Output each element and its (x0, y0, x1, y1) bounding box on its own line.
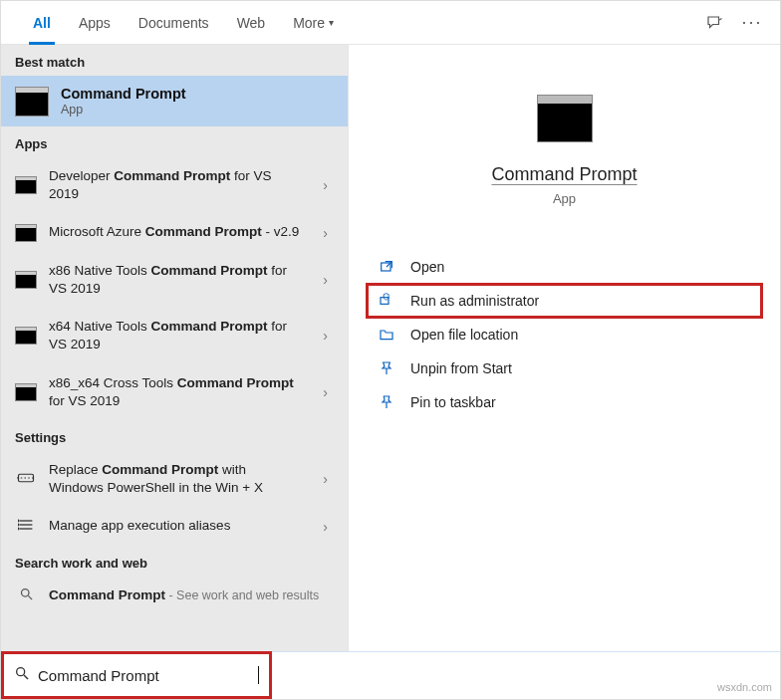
search-filter-tabs: All Apps Documents Web More▾ ··· (1, 1, 780, 45)
section-best-match: Best match (1, 45, 348, 76)
best-match-item[interactable]: Command Prompt App (1, 76, 348, 126)
tab-all[interactable]: All (19, 1, 65, 45)
action-unpin-from-start[interactable]: Unpin from Start (367, 351, 762, 385)
command-prompt-icon (15, 327, 37, 345)
svg-point-5 (18, 520, 19, 522)
app-result-item[interactable]: x86_x64 Cross Tools Command Prompt for V… (1, 364, 348, 420)
best-match-title: Command Prompt (61, 86, 186, 102)
chevron-right-icon[interactable]: › (323, 519, 334, 535)
app-result-text: x86_x64 Cross Tools Command Prompt for V… (49, 374, 311, 410)
svg-point-16 (17, 668, 25, 676)
preview-pane: Command Prompt App OpenRun as administra… (348, 45, 780, 651)
open-icon (377, 258, 396, 276)
preview-actions: OpenRun as administratorOpen file locati… (367, 250, 762, 419)
content: Best match Command Prompt App Apps Devel… (1, 45, 780, 651)
text-caret (258, 666, 259, 684)
chevron-right-icon[interactable]: › (323, 328, 334, 344)
app-result-text: Microsoft Azure Command Prompt - v2.9 (49, 223, 311, 241)
command-prompt-icon (15, 87, 49, 117)
action-pin-to-taskbar[interactable]: Pin to taskbar (367, 385, 762, 419)
tabs: All Apps Documents Web More▾ (19, 1, 348, 44)
pin-icon (377, 393, 396, 411)
tab-web[interactable]: Web (223, 1, 280, 45)
action-label: Open file location (410, 327, 518, 343)
tab-documents[interactable]: Documents (125, 1, 223, 45)
chevron-right-icon[interactable]: › (323, 384, 334, 400)
action-label: Open (410, 259, 444, 275)
app-result-text: Developer Command Prompt for VS 2019 (49, 167, 311, 203)
tab-more[interactable]: More▾ (279, 1, 348, 45)
app-result-item[interactable]: x86 Native Tools Command Prompt for VS 2… (1, 252, 348, 308)
settings-result-item[interactable]: Manage app execution aliases› (1, 507, 348, 545)
work-web-text: Command Prompt - See work and web result… (49, 586, 334, 604)
preview-command-prompt-icon (537, 95, 593, 142)
folder-icon (377, 326, 396, 344)
chevron-right-icon[interactable]: › (323, 225, 334, 241)
svg-line-17 (24, 675, 28, 679)
svg-point-8 (21, 588, 29, 596)
settings-result-item[interactable]: Replace Command Prompt with Windows Powe… (1, 451, 348, 507)
section-work-web: Search work and web (1, 546, 348, 577)
app-result-text: x86 Native Tools Command Prompt for VS 2… (49, 262, 311, 298)
feedback-icon[interactable] (702, 11, 726, 35)
svg-line-9 (28, 595, 32, 599)
settings-icon (17, 471, 35, 488)
svg-point-7 (18, 528, 19, 530)
action-run-as-administrator[interactable]: Run as administrator (367, 284, 762, 318)
search-bar (1, 651, 780, 699)
section-apps: Apps (1, 126, 348, 157)
search-input[interactable] (38, 667, 250, 684)
chevron-down-icon: ▾ (329, 17, 334, 28)
section-settings: Settings (1, 420, 348, 451)
shield-icon (377, 292, 396, 310)
settings-result-text: Manage app execution aliases (49, 517, 311, 535)
action-label: Unpin from Start (410, 360, 512, 376)
app-result-text: x64 Native Tools Command Prompt for VS 2… (49, 318, 311, 353)
search-box[interactable] (1, 651, 272, 699)
unpin-start-icon (377, 359, 396, 377)
app-result-item[interactable]: Developer Command Prompt for VS 2019› (1, 157, 348, 213)
work-web-item[interactable]: Command Prompt - See work and web result… (1, 577, 348, 614)
svg-point-6 (18, 524, 19, 526)
settings-icon (18, 518, 34, 535)
action-label: Run as administrator (410, 293, 539, 309)
chevron-right-icon[interactable]: › (323, 177, 334, 193)
best-match-text: Command Prompt App (61, 86, 186, 117)
results-pane: Best match Command Prompt App Apps Devel… (1, 45, 348, 651)
action-label: Pin to taskbar (410, 394, 496, 410)
action-open[interactable]: Open (367, 250, 762, 284)
action-open-file-location[interactable]: Open file location (367, 318, 762, 351)
app-result-item[interactable]: x64 Native Tools Command Prompt for VS 2… (1, 308, 348, 363)
preview-subtitle: App (553, 191, 576, 206)
command-prompt-icon (15, 224, 37, 242)
preview-title[interactable]: Command Prompt (491, 164, 637, 185)
tab-apps[interactable]: Apps (65, 1, 125, 45)
command-prompt-icon (15, 176, 37, 194)
best-match-subtitle: App (61, 103, 186, 117)
chevron-right-icon[interactable]: › (323, 471, 334, 487)
command-prompt-icon (15, 271, 37, 289)
search-icon (19, 586, 34, 604)
search-icon (14, 665, 30, 685)
topbar-right: ··· (702, 1, 774, 44)
more-options-icon[interactable]: ··· (740, 11, 764, 35)
search-bar-rest (272, 651, 780, 699)
watermark: wsxdn.com (717, 681, 772, 693)
settings-result-text: Replace Command Prompt with Windows Powe… (49, 461, 311, 497)
app-result-item[interactable]: Microsoft Azure Command Prompt - v2.9› (1, 213, 348, 251)
chevron-right-icon[interactable]: › (323, 272, 334, 288)
command-prompt-icon (15, 383, 37, 401)
